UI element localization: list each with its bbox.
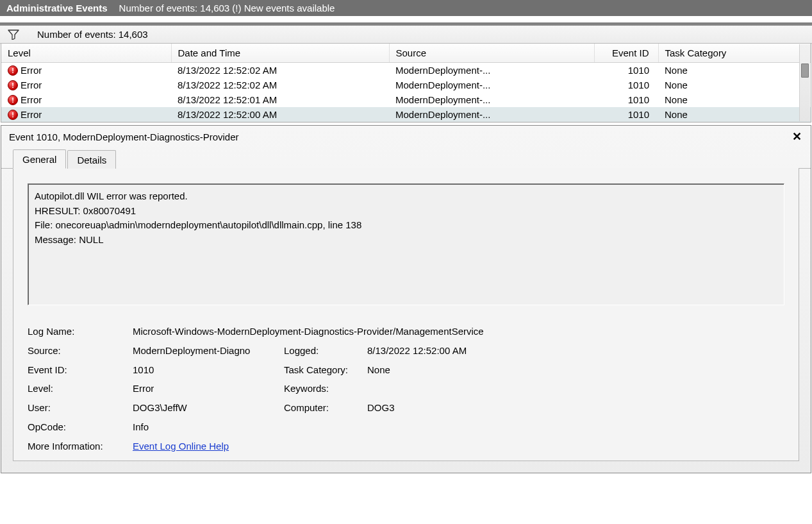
event-detail-pane: Event 1010, ModernDeployment-Diagnostics… (1, 125, 811, 473)
column-header-level[interactable]: Level (1, 44, 171, 63)
error-icon: ! (8, 80, 18, 90)
error-icon: ! (8, 65, 18, 76)
eventid-cell: 1010 (594, 92, 658, 107)
column-header-source[interactable]: Source (389, 44, 594, 63)
table-row[interactable]: !Error8/13/2022 12:52:00 AMModernDeploym… (1, 107, 811, 122)
computer-value: DOG3 (367, 401, 784, 415)
level-cell: Error (21, 80, 42, 90)
error-icon: ! (8, 110, 18, 120)
detail-tabstrip: General Details (1, 149, 811, 169)
eventid-cell: 1010 (594, 107, 658, 122)
tab-details[interactable]: Details (67, 150, 116, 169)
error-icon: ! (8, 95, 18, 105)
user-label: User: (28, 401, 133, 415)
logged-label: Logged: (284, 344, 367, 358)
column-header-eventid[interactable]: Event ID (594, 44, 658, 63)
level-value: Error (133, 382, 284, 396)
level-cell: Error (21, 94, 42, 105)
source-cell: ModernDeployment-... (389, 107, 594, 122)
taskcategory-cell: None (658, 78, 811, 92)
computer-label: Computer: (284, 401, 367, 415)
event-count-label: Number of events: 14,603 (37, 29, 148, 40)
taskcategory-cell: None (658, 63, 811, 78)
event-message[interactable]: Autopilot.dll WIL error was reported. HR… (28, 183, 784, 305)
datetime-cell: 8/13/2022 12:52:02 AM (171, 78, 389, 92)
window-titlebar: Administrative Events Number of events: … (0, 0, 812, 16)
grid-scrollbar[interactable] (799, 44, 810, 121)
column-header-datetime[interactable]: Date and Time (171, 44, 389, 63)
log-name-value: Microsoft-Windows-ModernDeployment-Diagn… (133, 325, 784, 339)
view-title: Administrative Events (6, 3, 108, 13)
more-info-link[interactable]: Event Log Online Help (133, 441, 229, 452)
column-header-taskcategory[interactable]: Task Category (658, 44, 811, 63)
event-properties: Log Name: Microsoft-Windows-ModernDeploy… (28, 325, 784, 453)
table-row[interactable]: !Error8/13/2022 12:52:02 AMModernDeploym… (1, 78, 811, 92)
source-cell: ModernDeployment-... (389, 63, 594, 78)
taskcat-value: None (367, 363, 784, 377)
eventid-cell: 1010 (594, 63, 658, 78)
moreinfo-label: More Information: (28, 439, 133, 453)
eventid-cell: 1010 (594, 78, 658, 92)
opcode-value: Info (133, 420, 784, 434)
tab-general[interactable]: General (13, 149, 66, 169)
taskcat-label: Task Category: (284, 363, 367, 377)
log-name-label: Log Name: (28, 325, 133, 339)
keywords-label: Keywords: (284, 382, 367, 396)
table-row[interactable]: !Error8/13/2022 12:52:02 AMModernDeploym… (1, 63, 811, 78)
filter-toolbar: Number of events: 14,603 (0, 24, 812, 44)
view-subtitle: Number of events: 14,603 (!) New events … (119, 3, 335, 13)
source-cell: ModernDeployment-... (389, 92, 594, 107)
eventid-value: 1010 (133, 363, 284, 377)
close-icon[interactable]: ✕ (790, 130, 804, 144)
datetime-cell: 8/13/2022 12:52:00 AM (171, 107, 389, 122)
table-row[interactable]: !Error8/13/2022 12:52:01 AMModernDeploym… (1, 92, 811, 107)
datetime-cell: 8/13/2022 12:52:01 AM (171, 92, 389, 107)
level-cell: Error (21, 65, 42, 76)
taskcategory-cell: None (658, 107, 811, 122)
grid-header-row: Level Date and Time Source Event ID Task… (1, 44, 811, 63)
datetime-cell: 8/13/2022 12:52:02 AM (171, 63, 389, 78)
opcode-label: OpCode: (28, 420, 133, 434)
detail-pane-title: Event 1010, ModernDeployment-Diagnostics… (9, 131, 239, 142)
logged-value: 8/13/2022 12:52:00 AM (367, 344, 784, 358)
user-value: DOG3\JeffW (133, 401, 284, 415)
event-grid: Level Date and Time Source Event ID Task… (1, 44, 811, 123)
scrollbar-thumb[interactable] (801, 63, 809, 78)
source-label: Source: (28, 344, 133, 358)
source-cell: ModernDeployment-... (389, 78, 594, 92)
source-value: ModernDeployment-Diagno (133, 344, 284, 358)
level-cell: Error (21, 109, 42, 120)
taskcategory-cell: None (658, 92, 811, 107)
eventid-label: Event ID: (28, 363, 133, 377)
keywords-value (367, 382, 784, 396)
level-label: Level: (28, 382, 133, 396)
filter-icon[interactable] (8, 30, 19, 40)
tab-panel-general: Autopilot.dll WIL error was reported. HR… (13, 168, 799, 461)
